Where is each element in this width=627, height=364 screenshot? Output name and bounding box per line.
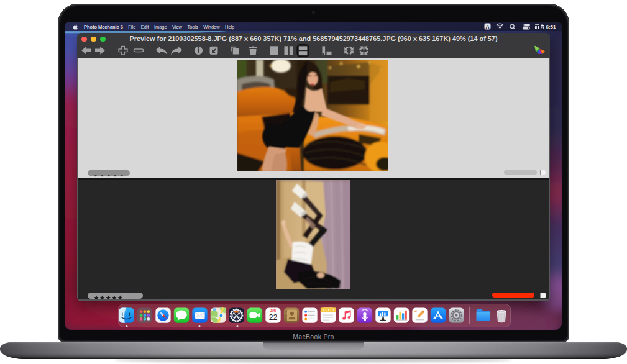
svg-text:JUN: JUN bbox=[270, 309, 276, 312]
svg-text:22: 22 bbox=[269, 313, 278, 322]
svg-text:6:51: 6:51 bbox=[546, 24, 557, 30]
svg-text:A: A bbox=[485, 24, 489, 30]
svg-text:“: “ bbox=[414, 309, 417, 315]
